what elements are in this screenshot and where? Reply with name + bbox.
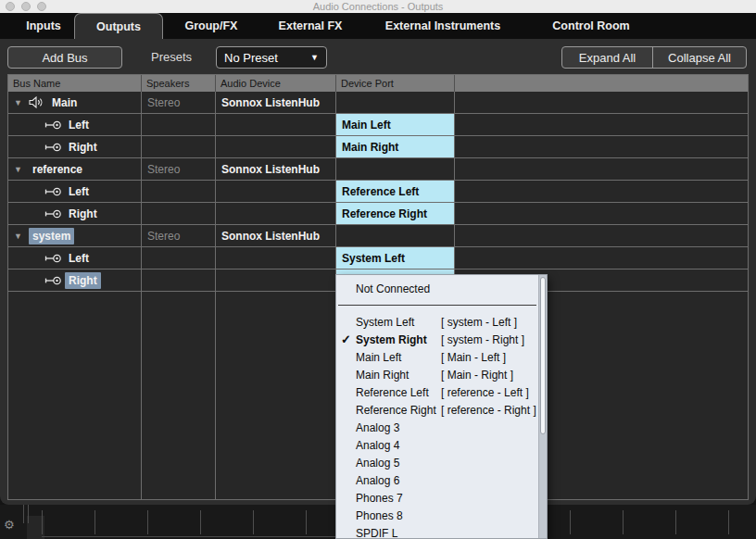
menu-item-analog-4[interactable]: ✓ Analog 4 (336, 436, 547, 454)
bus-name-label: Left (65, 183, 93, 200)
bus-name-cell[interactable]: Left (8, 114, 142, 135)
channel-row-left[interactable]: Left System Left (8, 247, 748, 270)
menu-item-label: Analog 3 (356, 421, 441, 434)
bus-name-cell[interactable]: Left (8, 181, 142, 202)
audio-device-cell[interactable] (216, 203, 336, 224)
audio-device-cell[interactable] (216, 247, 336, 269)
device-port-value[interactable]: Reference Right (336, 203, 454, 224)
bus-name-cell[interactable]: Right (8, 270, 142, 291)
bus-name-cell[interactable]: Right (8, 203, 142, 224)
background-grid-line (23, 505, 24, 523)
bus-name-cell[interactable]: Right (8, 136, 142, 157)
port-connector-icon (44, 119, 62, 131)
menu-item-reference-right[interactable]: ✓ Reference Right [ reference - Right ] (336, 401, 547, 419)
menu-item-spdif-l[interactable]: ✓ SPDIF L (336, 524, 547, 539)
empty-col (216, 292, 336, 499)
device-port-cell[interactable] (336, 158, 455, 180)
menu-item-main-right[interactable]: ✓ Main Right [ Main - Right ] (336, 366, 547, 383)
device-port-cell[interactable]: Reference Right (336, 203, 455, 224)
row-spacer-cell (455, 225, 748, 246)
audio-device-cell[interactable] (216, 181, 336, 202)
device-port-cell[interactable] (336, 92, 455, 113)
menu-item-phones-8[interactable]: ✓ Phones 8 (336, 507, 547, 524)
channel-row-right[interactable]: Right Main Right (8, 136, 748, 158)
bus-row-main[interactable]: ▼ Main Stereo Sonnox ListenHub (8, 92, 748, 114)
menu-item-system-left[interactable]: ✓ System Left [ system - Left ] (336, 313, 547, 331)
audio-device-cell[interactable]: Sonnox ListenHub (216, 225, 336, 246)
bus-name-label: Right (65, 206, 101, 222)
bus-name-cell[interactable]: Left (8, 247, 142, 269)
bus-row-reference[interactable]: ▼ reference Stereo Sonnox ListenHub (8, 158, 748, 181)
port-connector-icon (44, 186, 62, 197)
menu-item-analog-5[interactable]: ✓ Analog 5 (336, 454, 547, 471)
menu-scrollbar[interactable] (538, 275, 547, 538)
tab-external-fx[interactable]: External FX (259, 13, 361, 39)
bus-name-label: Left (65, 250, 93, 267)
device-port-cell[interactable] (336, 225, 455, 246)
audio-device-cell[interactable] (216, 114, 336, 135)
audio-device-cell[interactable]: Sonnox ListenHub (216, 92, 336, 113)
device-port-value[interactable]: System Left (336, 247, 454, 269)
device-port-cell[interactable]: Reference Left (336, 181, 455, 202)
menu-item-label: Reference Left (356, 386, 441, 399)
bus-name-cell[interactable]: ▼ system (8, 225, 142, 246)
audio-device-cell[interactable] (216, 270, 336, 291)
audio-device-cell[interactable] (216, 136, 336, 157)
device-port-cell[interactable]: Main Right (336, 136, 455, 157)
bus-name-cell[interactable]: ▼ Main (8, 92, 142, 113)
expand-all-button[interactable]: Expand All (562, 47, 653, 68)
menu-item-detail: [ Main - Left ] (441, 351, 506, 364)
tab-inputs[interactable]: Inputs (13, 13, 74, 39)
row-spacer-cell (455, 114, 748, 135)
menu-scrollbar-thumb[interactable] (540, 277, 546, 434)
menu-item-label: Phones 8 (356, 509, 441, 522)
menu-item-not-connected[interactable]: ✓ Not Connected (336, 280, 547, 297)
disclosure-triangle-icon[interactable]: ▼ (14, 165, 29, 174)
bus-row-system[interactable]: ▼ system Stereo Sonnox ListenHub (8, 225, 748, 247)
tab-group-fx[interactable]: Group/FX (163, 13, 259, 39)
menu-item-analog-3[interactable]: ✓ Analog 3 (336, 419, 547, 436)
device-port-menu-items: ✓ Not Connected ✓ System Left [ system -… (336, 280, 547, 539)
speakers-cell: Stereo (142, 92, 216, 113)
speakers-cell (142, 181, 216, 202)
collapse-all-button[interactable]: Collapse All (653, 47, 746, 68)
menu-item-analog-6[interactable]: ✓ Analog 6 (336, 471, 547, 489)
tab-label: Control Room (552, 19, 629, 32)
preset-select[interactable]: No Preset ▼ (216, 46, 327, 69)
presets-label: Presets (151, 46, 192, 69)
speakers-cell (142, 203, 216, 224)
device-port-cell[interactable]: Main Left (336, 114, 455, 135)
menu-item-main-left[interactable]: ✓ Main Left [ Main - Left ] (336, 348, 547, 366)
device-port-value[interactable]: Main Left (336, 114, 454, 135)
menu-item-system-right[interactable]: ✓ System Right [ system - Right ] (336, 331, 547, 348)
menu-item-phones-7[interactable]: ✓ Phones 7 (336, 489, 547, 507)
empty-col (142, 292, 216, 499)
tab-outputs[interactable]: Outputs (74, 13, 163, 39)
disclosure-triangle-icon[interactable]: ▼ (14, 98, 29, 107)
channel-row-left[interactable]: Left Main Left (8, 114, 748, 136)
channel-row-left[interactable]: Left Reference Left (8, 181, 748, 203)
bus-name-label: system (29, 228, 74, 244)
bus-name-cell[interactable]: ▼ reference (8, 158, 142, 180)
menu-item-label: Not Connected (356, 282, 441, 295)
device-port-value[interactable]: Main Right (336, 136, 454, 157)
menu-item-detail: [ system - Right ] (441, 333, 524, 346)
channel-row-right[interactable]: Right Reference Right (8, 203, 748, 225)
menu-item-label: Analog 6 (356, 474, 441, 487)
tab-external-instruments[interactable]: External Instruments (361, 13, 524, 39)
row-spacer-cell (455, 136, 748, 157)
audio-device-cell[interactable]: Sonnox ListenHub (216, 158, 336, 180)
window-title: Audio Connections - Outputs (0, 0, 756, 13)
menu-separator (336, 297, 547, 313)
tab-label: Outputs (96, 20, 141, 33)
menu-item-label: System Right (356, 333, 441, 346)
device-port-value[interactable]: Reference Left (336, 181, 454, 202)
menu-item-detail: [ reference - Left ] (441, 386, 529, 399)
speakers-cell (142, 247, 216, 269)
add-bus-button[interactable]: Add Bus (7, 46, 122, 69)
device-port-cell[interactable]: System Left (336, 247, 455, 269)
tab-control-room[interactable]: Control Room (524, 13, 658, 39)
disclosure-triangle-icon[interactable]: ▼ (14, 232, 29, 241)
gear-icon[interactable]: ⚙ (4, 519, 15, 531)
menu-item-reference-left[interactable]: ✓ Reference Left [ reference - Left ] (336, 383, 547, 401)
